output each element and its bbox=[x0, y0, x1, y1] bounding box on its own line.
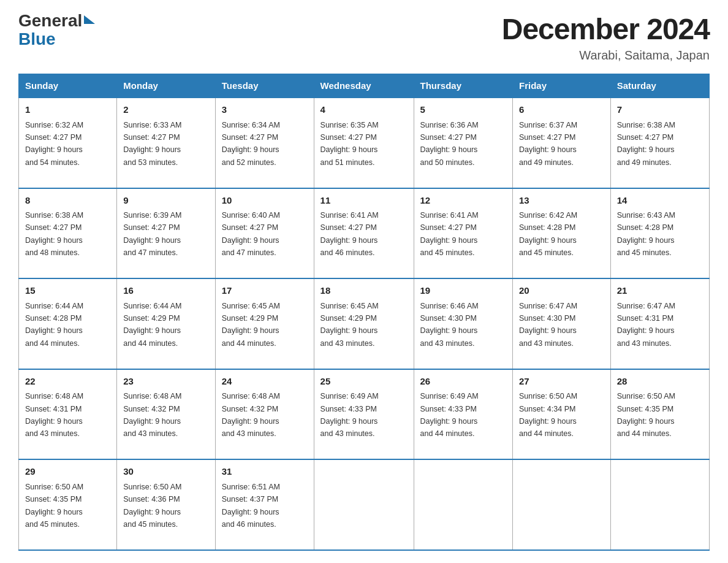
table-row: 7 Sunrise: 6:38 AMSunset: 4:27 PMDayligh… bbox=[610, 98, 709, 188]
table-row bbox=[513, 459, 611, 550]
day-info: Sunrise: 6:43 AMSunset: 4:28 PMDaylight:… bbox=[617, 211, 675, 257]
table-row: 3 Sunrise: 6:34 AMSunset: 4:27 PMDayligh… bbox=[215, 98, 314, 188]
day-number: 29 bbox=[25, 465, 110, 479]
day-number: 15 bbox=[25, 284, 110, 298]
day-info: Sunrise: 6:46 AMSunset: 4:30 PMDaylight:… bbox=[420, 302, 479, 348]
calendar-week-row: 15 Sunrise: 6:44 AMSunset: 4:28 PMDaylig… bbox=[19, 278, 710, 369]
header: General Blue December 2024 Warabi, Saita… bbox=[18, 12, 710, 63]
col-tuesday: Tuesday bbox=[215, 74, 314, 98]
table-row: 5 Sunrise: 6:36 AMSunset: 4:27 PMDayligh… bbox=[414, 98, 513, 188]
calendar-week-row: 1 Sunrise: 6:32 AMSunset: 4:27 PMDayligh… bbox=[19, 98, 710, 188]
table-row: 31 Sunrise: 6:51 AMSunset: 4:37 PMDaylig… bbox=[215, 459, 314, 550]
table-row: 6 Sunrise: 6:37 AMSunset: 4:27 PMDayligh… bbox=[513, 98, 611, 188]
day-info: Sunrise: 6:49 AMSunset: 4:33 PMDaylight:… bbox=[420, 392, 479, 438]
table-row: 15 Sunrise: 6:44 AMSunset: 4:28 PMDaylig… bbox=[19, 278, 117, 369]
table-row: 13 Sunrise: 6:42 AMSunset: 4:28 PMDaylig… bbox=[513, 188, 611, 279]
day-number: 28 bbox=[617, 375, 703, 389]
day-number: 19 bbox=[420, 284, 507, 298]
day-number: 6 bbox=[519, 103, 604, 117]
day-number: 25 bbox=[320, 375, 408, 389]
day-number: 30 bbox=[123, 465, 209, 479]
day-number: 24 bbox=[222, 375, 308, 389]
day-number: 4 bbox=[320, 103, 408, 117]
day-info: Sunrise: 6:38 AMSunset: 4:27 PMDaylight:… bbox=[617, 121, 675, 167]
day-info: Sunrise: 6:45 AMSunset: 4:29 PMDaylight:… bbox=[222, 302, 280, 348]
calendar-header-row: Sunday Monday Tuesday Wednesday Thursday… bbox=[19, 74, 710, 98]
logo-general-text: General bbox=[18, 12, 95, 29]
day-info: Sunrise: 6:48 AMSunset: 4:32 PMDaylight:… bbox=[222, 392, 280, 438]
day-info: Sunrise: 6:44 AMSunset: 4:29 PMDaylight:… bbox=[123, 302, 181, 348]
day-info: Sunrise: 6:49 AMSunset: 4:33 PMDaylight:… bbox=[320, 392, 379, 438]
col-wednesday: Wednesday bbox=[314, 74, 414, 98]
day-number: 13 bbox=[519, 194, 604, 208]
day-number: 5 bbox=[420, 103, 507, 117]
table-row: 26 Sunrise: 6:49 AMSunset: 4:33 PMDaylig… bbox=[414, 369, 513, 460]
day-info: Sunrise: 6:48 AMSunset: 4:31 PMDaylight:… bbox=[25, 392, 83, 438]
logo-general-label: General bbox=[18, 12, 82, 29]
day-number: 10 bbox=[222, 194, 308, 208]
table-row: 20 Sunrise: 6:47 AMSunset: 4:30 PMDaylig… bbox=[513, 278, 611, 369]
day-number: 31 bbox=[222, 465, 308, 479]
table-row: 11 Sunrise: 6:41 AMSunset: 4:27 PMDaylig… bbox=[314, 188, 414, 279]
day-number: 22 bbox=[25, 375, 110, 389]
day-info: Sunrise: 6:40 AMSunset: 4:27 PMDaylight:… bbox=[222, 211, 280, 257]
table-row: 9 Sunrise: 6:39 AMSunset: 4:27 PMDayligh… bbox=[117, 188, 216, 279]
table-row: 29 Sunrise: 6:50 AMSunset: 4:35 PMDaylig… bbox=[19, 459, 117, 550]
day-info: Sunrise: 6:44 AMSunset: 4:28 PMDaylight:… bbox=[25, 302, 83, 348]
page: General Blue December 2024 Warabi, Saita… bbox=[0, 0, 728, 563]
day-number: 11 bbox=[320, 194, 408, 208]
day-info: Sunrise: 6:50 AMSunset: 4:35 PMDaylight:… bbox=[617, 392, 675, 438]
day-info: Sunrise: 6:50 AMSunset: 4:36 PMDaylight:… bbox=[123, 483, 181, 529]
day-info: Sunrise: 6:41 AMSunset: 4:27 PMDaylight:… bbox=[420, 211, 479, 257]
day-info: Sunrise: 6:32 AMSunset: 4:27 PMDaylight:… bbox=[25, 121, 83, 167]
col-monday: Monday bbox=[117, 74, 216, 98]
title-area: December 2024 Warabi, Saitama, Japan bbox=[502, 12, 710, 63]
table-row: 30 Sunrise: 6:50 AMSunset: 4:36 PMDaylig… bbox=[117, 459, 216, 550]
day-info: Sunrise: 6:50 AMSunset: 4:34 PMDaylight:… bbox=[519, 392, 577, 438]
table-row: 16 Sunrise: 6:44 AMSunset: 4:29 PMDaylig… bbox=[117, 278, 216, 369]
day-number: 17 bbox=[222, 284, 308, 298]
day-number: 21 bbox=[617, 284, 703, 298]
logo-blue-label: Blue bbox=[18, 31, 95, 48]
day-number: 26 bbox=[420, 375, 507, 389]
table-row: 12 Sunrise: 6:41 AMSunset: 4:27 PMDaylig… bbox=[414, 188, 513, 279]
day-number: 12 bbox=[420, 194, 507, 208]
day-number: 20 bbox=[519, 284, 604, 298]
table-row: 14 Sunrise: 6:43 AMSunset: 4:28 PMDaylig… bbox=[610, 188, 709, 279]
day-number: 3 bbox=[222, 103, 308, 117]
table-row: 21 Sunrise: 6:47 AMSunset: 4:31 PMDaylig… bbox=[610, 278, 709, 369]
table-row: 17 Sunrise: 6:45 AMSunset: 4:29 PMDaylig… bbox=[215, 278, 314, 369]
day-number: 27 bbox=[519, 375, 604, 389]
day-info: Sunrise: 6:38 AMSunset: 4:27 PMDaylight:… bbox=[25, 211, 83, 257]
day-info: Sunrise: 6:41 AMSunset: 4:27 PMDaylight:… bbox=[320, 211, 379, 257]
col-sunday: Sunday bbox=[19, 74, 117, 98]
table-row bbox=[414, 459, 513, 550]
logo: General Blue bbox=[18, 12, 95, 48]
table-row: 10 Sunrise: 6:40 AMSunset: 4:27 PMDaylig… bbox=[215, 188, 314, 279]
day-info: Sunrise: 6:34 AMSunset: 4:27 PMDaylight:… bbox=[222, 121, 280, 167]
table-row: 24 Sunrise: 6:48 AMSunset: 4:32 PMDaylig… bbox=[215, 369, 314, 460]
day-info: Sunrise: 6:51 AMSunset: 4:37 PMDaylight:… bbox=[222, 483, 280, 529]
day-info: Sunrise: 6:48 AMSunset: 4:32 PMDaylight:… bbox=[123, 392, 181, 438]
month-title: December 2024 bbox=[502, 12, 710, 46]
day-number: 9 bbox=[123, 194, 209, 208]
day-number: 23 bbox=[123, 375, 209, 389]
day-info: Sunrise: 6:50 AMSunset: 4:35 PMDaylight:… bbox=[25, 483, 83, 529]
day-info: Sunrise: 6:33 AMSunset: 4:27 PMDaylight:… bbox=[123, 121, 181, 167]
table-row: 1 Sunrise: 6:32 AMSunset: 4:27 PMDayligh… bbox=[19, 98, 117, 188]
calendar-table: Sunday Monday Tuesday Wednesday Thursday… bbox=[18, 74, 710, 551]
logo-triangle-icon bbox=[84, 15, 95, 24]
day-number: 14 bbox=[617, 194, 703, 208]
day-info: Sunrise: 6:45 AMSunset: 4:29 PMDaylight:… bbox=[320, 302, 379, 348]
day-number: 16 bbox=[123, 284, 209, 298]
calendar-week-row: 22 Sunrise: 6:48 AMSunset: 4:31 PMDaylig… bbox=[19, 369, 710, 460]
day-number: 8 bbox=[25, 194, 110, 208]
col-friday: Friday bbox=[513, 74, 611, 98]
day-info: Sunrise: 6:37 AMSunset: 4:27 PMDaylight:… bbox=[519, 121, 577, 167]
col-saturday: Saturday bbox=[610, 74, 709, 98]
calendar-week-row: 8 Sunrise: 6:38 AMSunset: 4:27 PMDayligh… bbox=[19, 188, 710, 279]
calendar-week-row: 29 Sunrise: 6:50 AMSunset: 4:35 PMDaylig… bbox=[19, 459, 710, 550]
day-info: Sunrise: 6:36 AMSunset: 4:27 PMDaylight:… bbox=[420, 121, 479, 167]
table-row: 2 Sunrise: 6:33 AMSunset: 4:27 PMDayligh… bbox=[117, 98, 216, 188]
table-row bbox=[610, 459, 709, 550]
